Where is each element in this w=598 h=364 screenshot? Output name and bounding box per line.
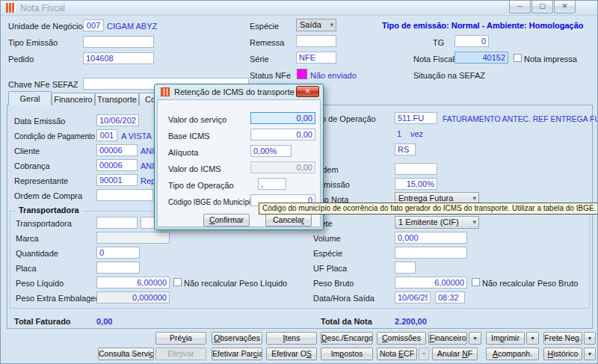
nota-ecf-button[interactable]: Nota ECF [377,348,417,360]
condicao-pagamento-name: A VISTA [121,132,152,141]
chevron-down-icon: ▾ [472,218,476,226]
total-da-nota-value: 2.200,00 [395,317,427,327]
data-saida-field[interactable] [395,291,431,303]
peso-extra-label: Peso Extra Embalagem [16,294,102,303]
observacoes-button[interactable]: Observações [212,332,262,345]
comissao-field[interactable] [395,178,437,190]
data-hora-saida-label: Data/Hora Saída [313,294,374,303]
ordem-compra-field[interactable] [96,189,153,201]
frete-neg-dropdown-icon[interactable]: ▾ [584,332,596,345]
tab-financeiro[interactable]: Financeiro [52,93,95,105]
window-title: Nota Fiscal [20,3,65,13]
tab-transporte[interactable]: Transporte [95,93,139,105]
efetivar-os-button[interactable]: Efetivar OS [266,348,317,360]
valor-servico-field[interactable] [250,112,315,124]
dialog-close-icon[interactable]: ✕ [296,86,319,97]
condicao-pagamento-code-field[interactable] [96,129,117,141]
consulta-servicos-button[interactable]: Consulta Serviços [98,348,154,360]
nao-recalcular-peso-bruto-checkbox[interactable] [472,278,480,286]
historico-dropdown-icon[interactable]: ▾ [584,348,596,360]
dialog-title: Retenção de ICMS do transporte [174,87,295,96]
confirmar-button[interactable]: Confirmar [203,214,250,226]
hora-saida-field[interactable] [435,291,465,303]
impostos-button[interactable]: Impostos [321,348,373,360]
representante-code-field[interactable] [96,174,138,186]
serie-label: Série [250,55,269,64]
acompanh-button[interactable]: Acompanh. [486,348,539,360]
peso-bruto-label: Peso Bruto [313,279,354,289]
cancelar-button[interactable]: Cancelar [265,214,312,226]
financeiro-button[interactable]: Financeiro [428,332,467,345]
uf-field[interactable] [395,144,416,155]
nota-ecf-dropdown-icon[interactable]: ▾ [419,348,429,360]
serie-field[interactable] [296,52,336,64]
nota-fiscal-number-field[interactable] [454,52,508,64]
data-emissao-label: Data Emissão [14,117,65,126]
tipo-nota-selected-value: Entrega Futura [398,194,453,203]
tg-field[interactable] [454,35,489,47]
cobranca-label: Cobrança [14,161,50,171]
itens-button[interactable]: Itens [266,332,317,345]
remessa-field[interactable] [296,35,336,47]
unidade-negocio-label: Unidade de Negócio [8,22,83,31]
dialog-tipo-operacao-label: Tipo de Operação [168,181,234,191]
efetivar-button[interactable]: Efetivar [155,348,206,360]
remessa-label: Remessa [250,38,284,48]
total-da-nota-label: Total da Nota [321,317,372,327]
tipo-emissao-field[interactable] [83,36,154,48]
dialog-tipo-operacao-field[interactable] [258,178,286,190]
situacao-sefaz-label: Situação na SEFAZ [413,71,485,81]
transportadora-group-title: Transportadora [16,206,82,215]
financeiro-dropdown-icon[interactable]: ▾ [469,332,481,345]
ordem-field[interactable] [395,163,437,175]
uf-placa-label: UF Placa [313,264,347,274]
desc-encargos-button[interactable]: Desc./Encargos [321,332,373,345]
transportadora-code-field[interactable] [96,217,138,229]
frete-neg-button[interactable]: Frete Neg. [543,332,582,345]
close-icon[interactable]: ✕ [554,1,576,13]
peso-extra-field[interactable] [96,291,170,303]
tipo-emissao-label: Tipo Emissão [8,38,58,48]
tipo-operacao-code-field[interactable] [395,112,437,124]
anular-nf-button[interactable]: Anular NF [432,348,478,360]
imprimir-button[interactable]: Imprimir [486,332,525,345]
codigo-ibge-tooltip: Código do município de ocorrência do fat… [259,203,598,215]
previa-button[interactable]: Prévia [155,332,206,345]
pedido-field[interactable] [83,52,154,64]
base-icms-label: Base ICMS [168,132,210,141]
peso-liquido-field[interactable] [96,277,170,289]
aliquota-label: Alíquota [168,148,198,158]
marca-field[interactable] [96,232,170,244]
unidade-negocio-code-field[interactable] [83,19,104,31]
volume-field[interactable] [395,232,467,244]
placa-field[interactable] [96,262,140,274]
uf-placa-field[interactable] [395,262,416,274]
especie-select[interactable]: Saída ▾ [296,19,336,31]
quantidade-field[interactable] [96,247,140,259]
cliente-code-field[interactable] [96,144,138,156]
minimize-icon[interactable]: – [509,1,531,13]
frete-select[interactable]: 1 Emitente (CIF) ▾ [395,216,479,229]
valor-icms-field[interactable] [250,161,315,173]
tab-geral[interactable]: Geral [8,91,52,105]
efetivar-parcial-button[interactable]: Efetivar Parcial [212,348,262,360]
valor-icms-label: Valor do ICMS [168,164,221,174]
nao-recalcular-peso-liquido-checkbox[interactable] [173,278,182,286]
chave-nfe-label: Chave NFe SEFAZ [8,80,78,90]
placa-label: Placa [16,264,37,274]
imprimir-dropdown-icon[interactable]: ▾ [526,332,539,345]
maximize-icon[interactable]: ▢ [531,1,553,13]
ordem-compra-label: Ordem de Compra [14,191,82,201]
nota-impressa-checkbox[interactable] [514,54,522,62]
historico-button[interactable]: Histórico [543,348,582,360]
base-icms-field[interactable] [250,129,315,141]
comissoes-button[interactable]: Comissões [377,332,426,345]
nao-recalcular-peso-liquido-label: Não recalcular Peso Líquido [184,279,287,289]
peso-bruto-field[interactable] [395,277,467,289]
especie-volume-field[interactable] [395,247,467,259]
cobranca-code-field[interactable] [96,159,138,171]
status-nfe-color-swatch [297,69,307,79]
aliquota-field[interactable] [250,145,292,157]
marca-label: Marca [16,234,39,244]
data-emissao-field[interactable] [96,114,139,126]
